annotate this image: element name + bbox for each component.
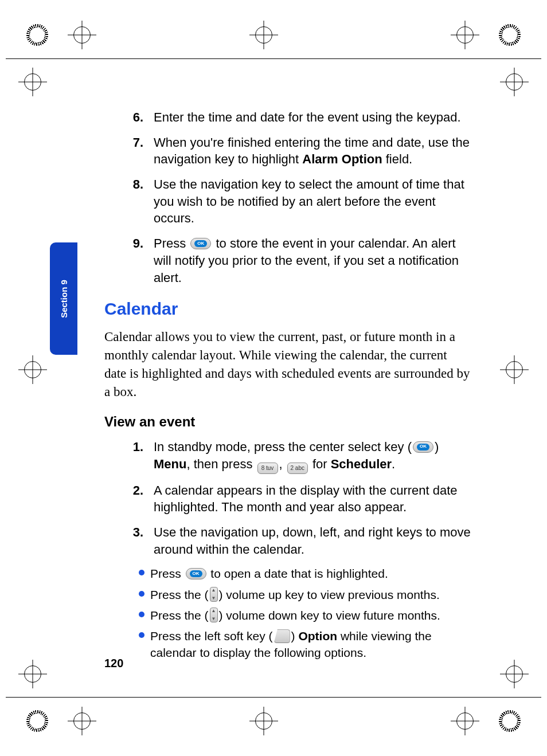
crosshair-icon (451, 21, 479, 49)
bullet-text-fragment: Press (150, 567, 185, 580)
crosshair-icon (249, 21, 278, 49)
page-number: 120 (104, 657, 123, 670)
step-text: In standby mode, press the center select… (154, 438, 471, 474)
bullet-open-date: Press to open a date that is highlighted… (139, 566, 471, 582)
bullet-dot-icon (139, 591, 144, 597)
heading-calendar: Calendar (104, 297, 471, 321)
crosshair-icon (500, 68, 529, 96)
step-number: 8. (104, 176, 154, 227)
step-number: 7. (104, 134, 154, 168)
step-text-fragment: Press (154, 236, 189, 250)
step-text: When you're finished entering the time a… (154, 134, 471, 168)
crosshair-icon (18, 660, 47, 688)
step-text-fragment: , (279, 457, 286, 471)
step-text: Enter the time and date for the event us… (154, 109, 461, 126)
subheading-view-event: View an event (104, 413, 471, 431)
registration-mark-icon (499, 24, 521, 46)
step-text-fragment: , then press (186, 457, 256, 471)
view-step-3: 3. Use the navigation up, down, left, an… (104, 524, 471, 558)
bullet-text-fragment: Press the ( (150, 588, 209, 601)
bullet-text-fragment: ) (291, 629, 299, 643)
registration-mark-icon (26, 710, 48, 732)
intro-paragraph: Calendar allows you to view the current,… (104, 328, 471, 402)
crosshair-icon (500, 355, 529, 384)
step-text-bold: Menu (154, 457, 186, 471)
step-6: 6. Enter the time and date for the event… (104, 109, 471, 126)
bullet-dot-icon (139, 612, 144, 617)
bullet-soft-key-option: Press the left soft key () Option while … (139, 628, 471, 661)
step-text-fragment: for (309, 457, 331, 471)
step-text-fragment: In standby mode, press the center select… (154, 440, 412, 454)
bullet-text: Press the () volume up key to view previ… (150, 587, 471, 603)
step-number: 2. (104, 482, 154, 516)
ok-key-icon (413, 441, 433, 453)
crosshair-icon (249, 707, 278, 735)
step-number: 1. (104, 438, 154, 474)
view-step-2: 2. A calendar appears in the display wit… (104, 482, 471, 516)
crosshair-icon (451, 707, 479, 735)
step-text-fragment: . (392, 457, 395, 471)
step-number: 3. (104, 524, 154, 558)
step-text-fragment: field. (382, 152, 413, 166)
step-text: Use the navigation key to select the amo… (154, 176, 471, 227)
crop-line-bottom (6, 697, 541, 698)
step-number: 6. (104, 109, 154, 126)
bullet-text-bold: Option (298, 629, 337, 643)
bullet-text: Press to open a date that is highlighted… (150, 566, 471, 582)
crosshair-icon (18, 68, 47, 96)
crosshair-icon (68, 707, 96, 735)
bullet-text-fragment: to open a date that is highlighted. (208, 567, 388, 580)
bullet-text: Press the () volume down key to view fut… (150, 608, 471, 624)
volume-key-icon (210, 587, 218, 602)
crosshair-icon (18, 355, 47, 384)
left-soft-key-icon (274, 629, 290, 643)
bullet-dot-icon (139, 632, 144, 638)
step-8: 8. Use the navigation key to select the … (104, 176, 471, 227)
section-tab: Section 9 (50, 242, 77, 355)
ok-key-icon (190, 238, 211, 249)
keypad-2-icon: 2 abc (287, 463, 308, 474)
step-text-bold: Scheduler (331, 457, 392, 471)
step-text: Press to store the event in your calenda… (154, 235, 471, 286)
bullet-volume-up: Press the () volume up key to view previ… (139, 587, 471, 603)
page-content: 6. Enter the time and date for the event… (104, 109, 471, 665)
step-text-bold: Alarm Option (302, 152, 382, 166)
view-step-1: 1. In standby mode, press the center sel… (104, 438, 471, 474)
step-9: 9. Press to store the event in your cale… (104, 235, 471, 286)
volume-key-icon (210, 608, 218, 622)
registration-mark-icon (499, 710, 521, 732)
bullet-text: Press the left soft key () Option while … (150, 628, 471, 661)
step-7: 7. When you're finished entering the tim… (104, 134, 471, 168)
bullet-volume-down: Press the () volume down key to view fut… (139, 608, 471, 624)
crosshair-icon (500, 660, 529, 688)
bullet-dot-icon (139, 570, 144, 575)
step-text-fragment: ) (435, 440, 439, 454)
step-number: 9. (104, 235, 154, 286)
bullet-text-fragment: Press the ( (150, 609, 209, 622)
bullet-text-fragment: ) volume down key to view future months. (219, 609, 440, 622)
registration-mark-icon (26, 24, 48, 46)
step-text: Use the navigation up, down, left, and r… (154, 524, 471, 558)
crosshair-icon (68, 21, 96, 49)
section-tab-label: Section 9 (59, 280, 69, 318)
step-text: A calendar appears in the display with t… (154, 482, 471, 516)
keypad-8-icon: 8 tuv (257, 463, 278, 474)
bullet-text-fragment: Press the left soft key ( (150, 629, 273, 643)
ok-key-icon (186, 568, 206, 579)
bullet-text-fragment: ) volume up key to view previous months. (219, 588, 440, 601)
crop-line-top (6, 58, 541, 59)
